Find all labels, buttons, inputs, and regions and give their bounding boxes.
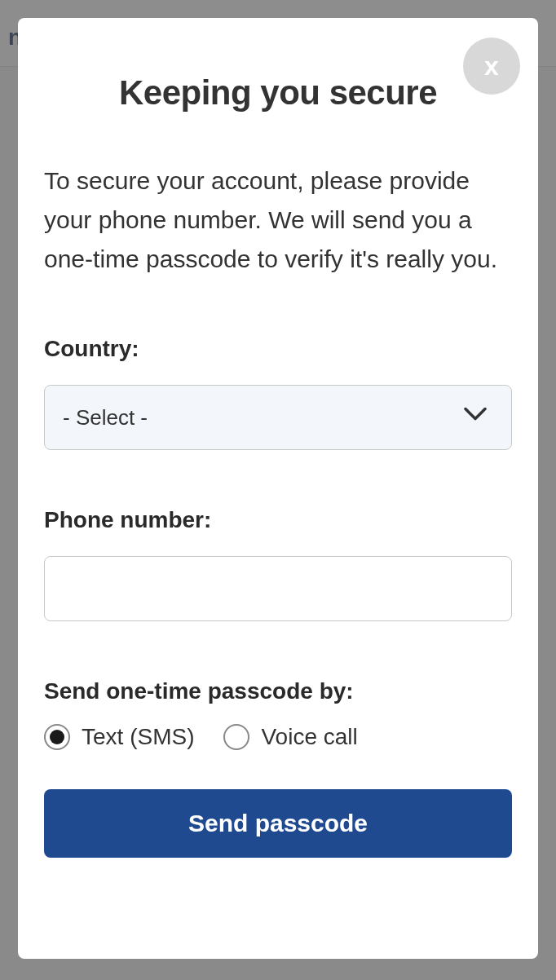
modal-title: Keeping you secure [44, 73, 512, 113]
send-passcode-button[interactable]: Send passcode [44, 789, 512, 858]
phone-label: Phone number: [44, 507, 512, 533]
security-modal: x Keeping you secure To secure your acco… [18, 18, 538, 959]
close-icon: x [484, 51, 499, 82]
delivery-radio-group: Text (SMS) Voice call [44, 724, 512, 750]
radio-option-sms[interactable]: Text (SMS) [44, 724, 194, 750]
radio-option-voice[interactable]: Voice call [223, 724, 357, 750]
country-select[interactable]: - Select - [44, 385, 512, 450]
send-passcode-label: Send passcode [188, 810, 368, 837]
phone-input[interactable] [44, 556, 512, 621]
country-select-wrap: - Select - [44, 385, 512, 450]
country-label: Country: [44, 336, 512, 362]
delivery-method-label: Send one-time passcode by: [44, 678, 512, 704]
close-button[interactable]: x [463, 38, 520, 95]
modal-description: To secure your account, please provide y… [44, 161, 512, 279]
radio-icon [44, 724, 70, 750]
radio-label-voice: Voice call [261, 724, 357, 750]
radio-icon [223, 724, 249, 750]
radio-label-sms: Text (SMS) [82, 724, 194, 750]
